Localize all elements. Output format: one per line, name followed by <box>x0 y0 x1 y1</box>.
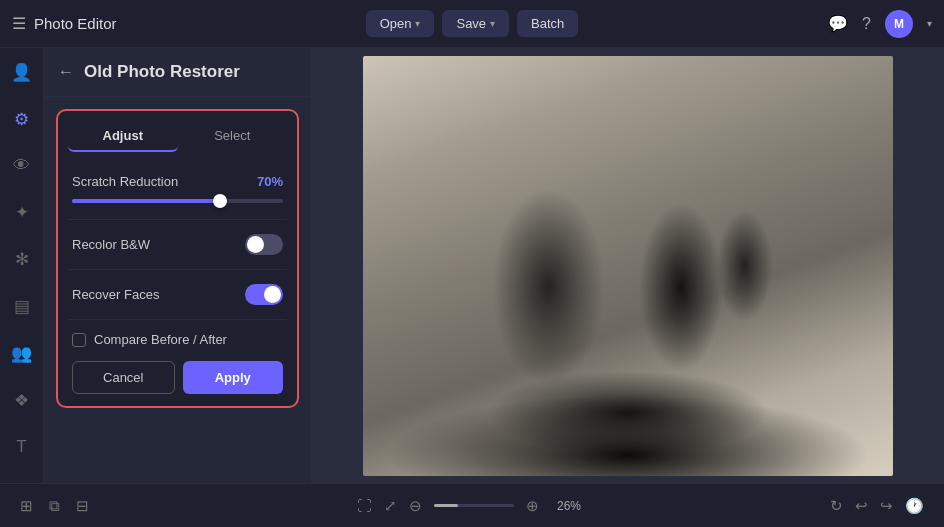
zoom-in-icon[interactable]: ⊕ <box>526 497 539 515</box>
bottom-left-icons: ⊞ ⧉ ⊟ <box>20 497 89 515</box>
person-icon[interactable]: 👤 <box>7 58 36 87</box>
scratch-reduction-row: Scratch Reduction 70% <box>68 166 287 197</box>
compare-row: Compare Before / After <box>68 326 287 353</box>
panel-card: Adjust Select Scratch Reduction 70% <box>56 109 299 408</box>
adjust-icon[interactable]: ⚙ <box>10 105 33 134</box>
expand-icon[interactable]: ⛶ <box>357 497 372 514</box>
recover-faces-label: Recover Faces <box>72 287 159 302</box>
divider-2 <box>68 269 287 270</box>
panel-title: Old Photo Restorer <box>84 62 240 82</box>
help-icon[interactable]: ? <box>862 15 871 33</box>
divider-1 <box>68 219 287 220</box>
tab-select[interactable]: Select <box>178 121 288 152</box>
four-squares-icon[interactable]: ⊟ <box>76 497 89 515</box>
history-icon[interactable]: 🕐 <box>905 497 924 515</box>
menu-icon[interactable]: ☰ <box>12 14 26 33</box>
bottom-center-controls: ⛶ ⤢ ⊖ ⊕ 26% <box>357 497 587 515</box>
compare-label: Compare Before / After <box>94 332 227 347</box>
text-icon[interactable]: T <box>12 433 30 461</box>
toggle-knob <box>247 236 264 253</box>
people-icon[interactable]: 👥 <box>7 339 36 368</box>
compare-checkbox[interactable] <box>72 333 86 347</box>
slider-fill <box>72 199 220 203</box>
toggle-knob-2 <box>264 286 281 303</box>
topbar-center: Open ▾ Save ▾ Batch <box>366 10 579 37</box>
zoom-level: 26% <box>551 499 587 513</box>
slider-track <box>72 199 283 203</box>
zoom-bar-fill <box>434 504 458 507</box>
sparkle-icon[interactable]: ✦ <box>11 198 33 227</box>
icon-sidebar: 👤 ⚙ 👁 ✦ ✻ ▤ 👥 ❖ T ⬚ <box>0 48 44 483</box>
action-buttons: Cancel Apply <box>68 353 287 396</box>
save-chevron-icon: ▾ <box>490 18 495 29</box>
back-button[interactable]: ← <box>58 63 74 81</box>
panel: ← Old Photo Restorer Adjust Select Scrat… <box>44 48 312 483</box>
zoom-slider[interactable] <box>434 504 514 507</box>
main-area: 👤 ⚙ 👁 ✦ ✻ ▤ 👥 ❖ T ⬚ ← Old Photo Restorer… <box>0 48 944 483</box>
batch-button[interactable]: Batch <box>517 10 578 37</box>
open-button[interactable]: Open ▾ <box>366 10 435 37</box>
canvas-area <box>312 48 944 483</box>
panel-header: ← Old Photo Restorer <box>44 48 311 97</box>
open-chevron-icon: ▾ <box>415 18 420 29</box>
zoom-out-icon[interactable]: ⊖ <box>409 497 422 515</box>
tabs: Adjust Select <box>68 121 287 152</box>
crop-icon[interactable]: ⤢ <box>384 497 397 515</box>
layers-bottom-icon[interactable]: ⊞ <box>20 497 33 515</box>
recolor-bw-label: Recolor B&W <box>72 237 150 252</box>
topbar-left: ☰ Photo Editor <box>12 14 366 33</box>
rotate-icon[interactable]: ↻ <box>830 497 843 515</box>
bottom-right-icons: ↻ ↩ ↪ 🕐 <box>830 497 924 515</box>
stamp-icon[interactable]: ❖ <box>10 386 33 415</box>
recover-faces-toggle[interactable] <box>245 284 283 305</box>
recolor-bw-toggle[interactable] <box>245 234 283 255</box>
avatar-chevron-icon: ▾ <box>927 18 932 29</box>
scratch-reduction-value: 70% <box>257 174 283 189</box>
grid-icon[interactable]: ⧉ <box>49 497 60 515</box>
photo-frame <box>363 56 893 476</box>
cancel-button[interactable]: Cancel <box>72 361 175 394</box>
redo-icon[interactable]: ↪ <box>880 497 893 515</box>
scratch-reduction-slider[interactable] <box>68 197 287 213</box>
recover-faces-row: Recover Faces <box>68 276 287 313</box>
eye-icon[interactable]: 👁 <box>9 152 34 180</box>
photo-overlay <box>363 56 893 476</box>
app-title: Photo Editor <box>34 15 117 32</box>
topbar: ☰ Photo Editor Open ▾ Save ▾ Batch 💬 ? M… <box>0 0 944 48</box>
tab-adjust[interactable]: Adjust <box>68 121 178 152</box>
save-button[interactable]: Save ▾ <box>442 10 509 37</box>
divider-3 <box>68 319 287 320</box>
slider-thumb[interactable] <box>213 194 227 208</box>
photo-background <box>363 56 893 476</box>
comment-icon[interactable]: 💬 <box>828 14 848 33</box>
undo-icon[interactable]: ↩ <box>855 497 868 515</box>
scratch-reduction-label: Scratch Reduction <box>72 174 178 189</box>
topbar-right: 💬 ? M ▾ <box>578 10 932 38</box>
avatar[interactable]: M <box>885 10 913 38</box>
layers-icon[interactable]: ▤ <box>10 292 34 321</box>
apply-button[interactable]: Apply <box>183 361 284 394</box>
effect-icon[interactable]: ✻ <box>11 245 33 274</box>
recolor-bw-row: Recolor B&W <box>68 226 287 263</box>
bottombar: ⊞ ⧉ ⊟ ⛶ ⤢ ⊖ ⊕ 26% ↻ ↩ ↪ 🕐 <box>0 483 944 527</box>
